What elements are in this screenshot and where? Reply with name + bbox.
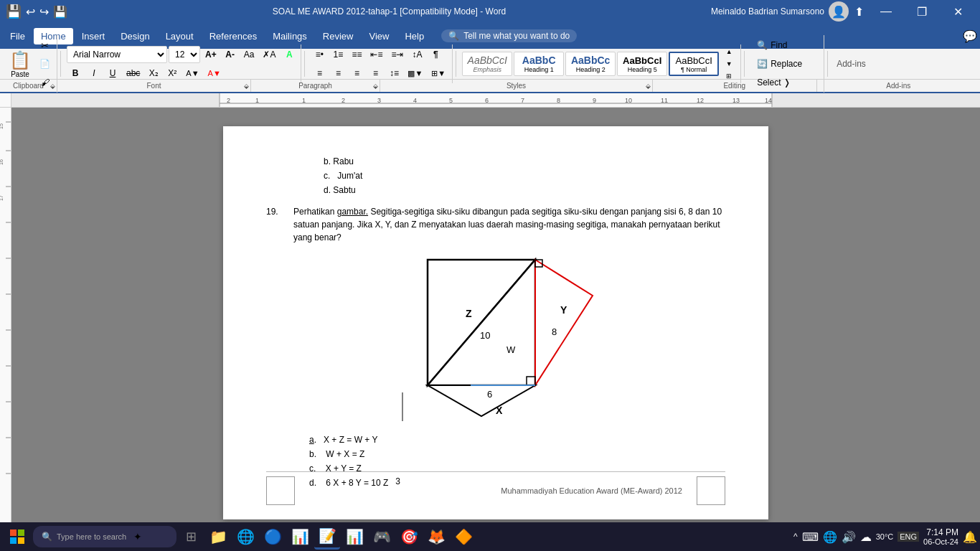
label-6: 6 [487, 389, 492, 400]
find-button[interactable]: 🔍 Find [753, 37, 818, 54]
triangle-x [428, 385, 535, 416]
taskbar: 🔍 Type here to search ✦ ⊞ 📁 🌐 🔵 📊 📝 📊 🎮 [0, 522, 980, 551]
taskbar-word-active[interactable]: 📝 [314, 524, 340, 550]
menu-mailings[interactable]: Mailings [265, 28, 314, 44]
ribbon-collapse-icon[interactable]: ⬆ [854, 5, 864, 19]
numbering-button[interactable]: 1≡ [329, 46, 347, 63]
bullets-button[interactable]: ≡• [311, 46, 328, 63]
para-expand-icon[interactable]: ⬙ [373, 83, 378, 90]
menu-view[interactable]: View [362, 28, 396, 44]
show-marks-button[interactable]: ¶ [427, 46, 444, 63]
menu-insert[interactable]: Insert [75, 28, 113, 44]
change-case-button[interactable]: Aa [240, 46, 258, 63]
minimize-button[interactable]: — [870, 0, 903, 23]
question-text: Perhatikan gambar. Segitiga-segitiga sik… [293, 205, 725, 244]
increase-font-button[interactable]: A+ [202, 46, 220, 63]
menu-references[interactable]: References [202, 28, 264, 44]
user-avatar: 👤 [829, 1, 849, 22]
app9-icon: 🔶 [455, 528, 473, 545]
language-indicator[interactable]: ENG [897, 532, 919, 542]
sort-button[interactable]: ↕A [408, 46, 425, 63]
taskbar-edge[interactable]: 🌐 [232, 524, 258, 550]
sep3 [456, 51, 456, 77]
maximize-button[interactable]: ❐ [905, 0, 938, 23]
taskbar-excel[interactable]: 📊 [341, 524, 367, 550]
menu-design[interactable]: Design [113, 28, 156, 44]
multilevel-button[interactable]: ≡≡ [348, 46, 365, 63]
network-icon[interactable]: 🌐 [823, 530, 837, 544]
undo-icon[interactable]: ↩ [26, 5, 35, 19]
menu-layout[interactable]: Layout [159, 28, 201, 44]
taskbar-search-box[interactable]: 🔍 Type here to search ✦ [33, 526, 176, 547]
styles-expand-icon[interactable]: ⬙ [646, 83, 651, 90]
decrease-font-button[interactable]: A- [222, 46, 239, 63]
menu-review[interactable]: Review [316, 28, 361, 44]
title-bar-title: SOAL ME AWARD 2012-tahap-1 [Compatibilit… [67, 6, 711, 17]
label-w: W [507, 344, 516, 355]
tray-expand-icon[interactable]: ^ [793, 532, 798, 542]
style-emphasis[interactable]: AaBbCcIEmphasis [462, 52, 512, 76]
start-button[interactable] [3, 522, 32, 551]
answer-d-letter: d. Sabtu [324, 185, 356, 195]
font-name-select[interactable]: Arial Narrow [67, 46, 167, 63]
style-heading2[interactable]: AaBbCcHeading 2 [565, 52, 616, 76]
taskbar-chrome[interactable]: 🔵 [260, 524, 286, 550]
style-heading5[interactable]: AaBbCcIHeading 5 [617, 52, 667, 76]
taskbar-explorer[interactable]: 📁 [205, 524, 231, 550]
font-color-button[interactable]: A [281, 46, 298, 63]
page-scroll[interactable]: b. Rabu c. Jum'at d. Sabtu 19. Pe [11, 108, 980, 534]
paste-button[interactable]: 📋 Paste [6, 50, 34, 78]
redo-icon[interactable]: ↪ [39, 5, 49, 19]
find-label: Find [771, 40, 787, 50]
answer-b-prev: b. Rabu [324, 155, 725, 168]
answer-d-prev: d. Sabtu [324, 184, 725, 197]
taskbar-app8[interactable]: 🎯 [396, 524, 422, 550]
taskbar-firefox[interactable]: 🦊 [423, 524, 449, 550]
clear-format-button[interactable]: ✗A [259, 46, 279, 63]
comments-icon[interactable]: 💬 [963, 29, 977, 43]
underline-gambar: gambar. [337, 207, 368, 217]
firefox-icon: 🦊 [428, 528, 446, 545]
footer-box-left [266, 476, 295, 505]
menu-help[interactable]: Help [397, 28, 431, 44]
footer-left [266, 476, 295, 505]
increase-indent-button[interactable]: ≡⇥ [387, 46, 407, 63]
find-icon: 🔍 [757, 40, 768, 50]
decrease-indent-button[interactable]: ⇤≡ [367, 46, 386, 63]
notification-icon[interactable]: 🔔 [963, 530, 977, 544]
font-expand-icon[interactable]: ⬙ [244, 83, 249, 90]
app7-icon: 🎮 [373, 528, 391, 545]
volume-icon[interactable]: 🔊 [842, 530, 856, 544]
save-icon[interactable]: 💾 [53, 5, 67, 19]
cut-button[interactable]: ✂ [36, 37, 54, 54]
document-page: b. Rabu c. Jum'at d. Sabtu 19. Pe [223, 126, 768, 519]
taskbar-app9[interactable]: 🔶 [451, 524, 476, 550]
close-button[interactable]: ✕ [941, 0, 974, 23]
sep1 [60, 51, 61, 77]
styles-scroll-up[interactable]: ▲ [720, 46, 738, 57]
svg-text:8: 8 [557, 97, 560, 104]
style-heading1[interactable]: AaBbCHeading 1 [514, 52, 564, 76]
ruler-corner [0, 93, 11, 108]
clock-area[interactable]: 7:14 PM 06-Oct-24 [923, 527, 958, 546]
search-box[interactable]: 🔍 Tell me what you want to do [441, 29, 577, 42]
ruler-horizontal: 2 1 1 2 3 4 5 6 7 8 9 10 11 12 13 14 [11, 93, 980, 108]
keyboard-icon[interactable]: ⌨ [802, 530, 819, 544]
svg-rect-40 [18, 537, 24, 544]
taskbar-app7[interactable]: 🎮 [369, 524, 395, 550]
taskbar-powerpoint[interactable]: 📊 [287, 524, 313, 550]
clipboard-expand-icon[interactable]: ⬙ [50, 83, 55, 90]
svg-text:15: 15 [0, 123, 4, 129]
replace-button[interactable]: 🔄 Replace [753, 55, 818, 72]
question-19: 19. Perhatikan gambar. Segitiga-segitiga… [266, 205, 725, 244]
addins-group: Add-ins [831, 57, 872, 70]
copy-button[interactable]: 📄 [36, 55, 54, 72]
font-size-select[interactable]: 12 [169, 46, 200, 63]
taskbar-task-view[interactable]: ⊞ [178, 524, 204, 550]
style-normal[interactable]: AaBbCcI¶ Normal [669, 52, 719, 76]
styles-scroll-down[interactable]: ▼ [720, 58, 738, 70]
user-name: Meinaldo Badrian Sumarsono [711, 6, 824, 17]
para-row1: ≡• 1≡ ≡≡ ⇤≡ ≡⇥ ↕A ¶ [311, 46, 449, 63]
footer-right: Muhammadiyah Education Award (ME-Award) … [501, 476, 725, 505]
question-number: 19. [266, 205, 288, 244]
